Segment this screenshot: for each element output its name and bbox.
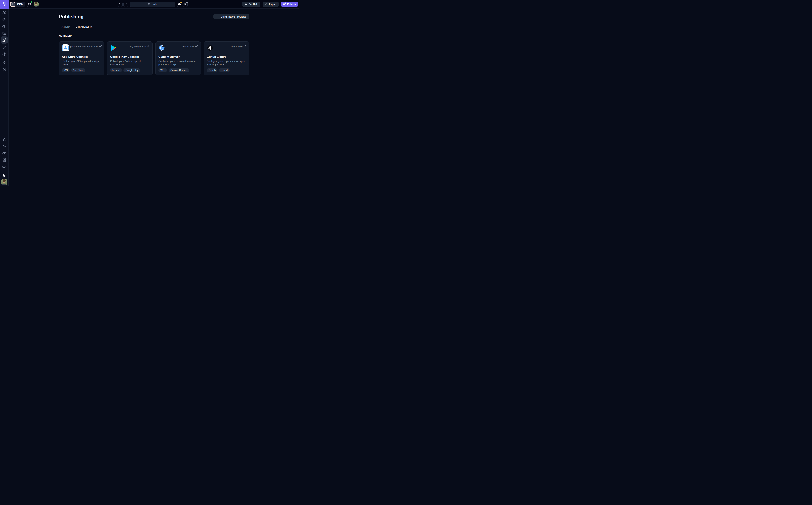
publish-label: Publish: [287, 3, 296, 6]
tag-pill: App Store: [71, 68, 86, 72]
draftbit-app-window: DBN: [0, 0, 299, 186]
sidebar-item-api-keys[interactable]: [1, 43, 8, 50]
page-title: Publishing: [59, 14, 84, 20]
tag-pill: Github: [207, 68, 217, 72]
avatar-photo: [1, 179, 7, 185]
card-domain-link[interactable]: github.com: [231, 45, 246, 48]
main-content: Publishing Build Native Previews Activit…: [9, 9, 299, 186]
card-github-export[interactable]: github.com Github Export Configure your …: [204, 41, 249, 75]
publish-button[interactable]: Publish: [281, 2, 298, 7]
backend-services-button[interactable]: [27, 2, 32, 7]
cloud-save-button[interactable]: [177, 2, 182, 7]
redo-button[interactable]: [123, 2, 128, 7]
publishing-tabs: Activity Configuration: [59, 25, 249, 30]
megaphone-icon: [2, 137, 6, 141]
export-button[interactable]: Export: [263, 2, 279, 7]
domain-text: play.google.com: [129, 45, 146, 48]
card-description: Publish your iOS apps to the App Store.: [62, 59, 102, 66]
section-heading-available: Available: [59, 34, 249, 37]
gray-status-dot: [186, 2, 188, 3]
sidebar-item-settings[interactable]: [1, 50, 8, 57]
topbar-right-cluster: Get Help Export: [242, 2, 299, 7]
card-domain-link[interactable]: draftbit.com: [182, 45, 198, 48]
draftbit-logo[interactable]: [0, 0, 9, 9]
sidebar-item-community[interactable]: [1, 150, 8, 156]
key-icon: [2, 45, 6, 49]
branch-selector[interactable]: main: [130, 2, 175, 7]
sidebar-item-actions[interactable]: [1, 59, 8, 66]
project-code: DBN: [15, 3, 25, 6]
video-icon: [2, 165, 6, 169]
build-native-previews-button[interactable]: Build Native Previews: [213, 14, 249, 19]
play-icon: [184, 2, 187, 6]
head-gear-icon: [2, 67, 6, 71]
download-icon: [265, 2, 268, 6]
help-chat-icon: [244, 2, 247, 6]
dark-mode-toggle[interactable]: [1, 172, 8, 179]
tag-pill: iOS: [62, 68, 70, 72]
external-link-icon: [99, 45, 102, 48]
integration-cards: appstoreconnect.apple.com App Store Conn…: [59, 41, 249, 75]
avatar-photo: [33, 2, 39, 7]
sidebar-item-publishing[interactable]: [1, 36, 8, 44]
users-icon: [2, 151, 6, 155]
sidebar-item-tutorials[interactable]: [1, 163, 8, 170]
card-title: Google Play Console: [110, 55, 149, 58]
tag-pill: Web: [158, 68, 167, 72]
card-custom-domain[interactable]: draftbit.com Custom Domain Configure you…: [155, 41, 201, 75]
preview-run-button[interactable]: [183, 2, 188, 7]
gear-icon: [2, 52, 6, 56]
rocket-icon: [2, 38, 6, 42]
card-app-store-connect[interactable]: appstoreconnect.apple.com App Store Conn…: [59, 41, 104, 75]
server-icon: [28, 2, 31, 6]
sidebar-nav-bottom: [1, 136, 8, 186]
card-description: Configure your custom domain to point to…: [158, 59, 198, 66]
play-icon: [216, 15, 219, 18]
moon-icon: [2, 173, 6, 177]
domain-text: draftbit.com: [182, 45, 194, 48]
sidebar-item-layers[interactable]: [1, 9, 8, 16]
app-glyph-icon: [11, 2, 15, 6]
github-icon: [207, 44, 214, 51]
sidebar-item-preview[interactable]: [1, 23, 8, 30]
card-domain-link[interactable]: play.google.com: [129, 45, 149, 48]
get-help-label: Get Help: [248, 3, 258, 6]
topbar: DBN: [9, 0, 299, 9]
project-app-icon: [10, 2, 15, 7]
project-switcher[interactable]: DBN: [10, 2, 25, 7]
bolt-icon: [2, 60, 6, 64]
card-title: App Store Connect: [62, 55, 101, 58]
user-avatar-topbar[interactable]: [33, 2, 39, 7]
layers-icon: [2, 11, 6, 15]
get-help-button[interactable]: Get Help: [242, 2, 260, 7]
sidebar-item-docs[interactable]: [1, 156, 8, 163]
sidebar-item-announcements[interactable]: [1, 136, 8, 143]
sidebar-item-ai[interactable]: [1, 66, 8, 73]
road-icon: [2, 144, 6, 148]
code-icon: [2, 18, 6, 22]
user-avatar-sidebar[interactable]: [1, 179, 7, 185]
tab-configuration[interactable]: Configuration: [73, 25, 95, 30]
card-description: Publish your Android apps to Google Play…: [110, 59, 150, 66]
cube-icon: [2, 2, 6, 7]
tag-pill: Export: [219, 68, 230, 72]
green-status-dot: [31, 1, 32, 3]
sidebar-item-code[interactable]: [1, 16, 8, 23]
app-store-icon: [62, 44, 69, 51]
tab-activity[interactable]: Activity: [59, 25, 73, 30]
sidebar-item-roadmap[interactable]: [1, 143, 8, 150]
google-play-icon: [110, 44, 117, 51]
branch-name: main: [152, 3, 157, 6]
sidebar-item-assets[interactable]: [1, 30, 8, 37]
git-branch-icon: [148, 3, 150, 6]
build-native-previews-label: Build Native Previews: [221, 15, 246, 18]
amber-status-dot: [181, 2, 182, 3]
card-title: Custom Domain: [158, 55, 198, 58]
undo-button[interactable]: [118, 2, 123, 7]
card-google-play-console[interactable]: play.google.com Google Play Console Publ…: [107, 41, 152, 75]
card-domain-link[interactable]: appstoreconnect.apple.com: [69, 45, 102, 48]
rocket-icon: [283, 2, 286, 6]
topbar-center-cluster: main: [118, 0, 188, 9]
external-link-icon: [147, 45, 149, 48]
external-link-icon: [195, 45, 198, 48]
